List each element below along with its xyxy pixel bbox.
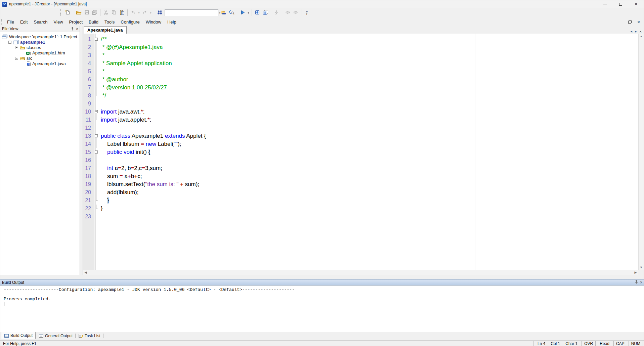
tab-scroll-left-icon[interactable]: ◂ xyxy=(631,29,633,34)
fold-collapse-icon[interactable] xyxy=(95,134,98,137)
scroll-up-icon[interactable]: ▲ xyxy=(639,34,644,39)
fold-margin[interactable] xyxy=(94,213,100,221)
paste-button[interactable] xyxy=(118,9,126,17)
tree-item-apexample1-java[interactable]: JApexample1.java xyxy=(0,61,80,66)
search-combo-input[interactable] xyxy=(165,10,219,15)
fold-margin[interactable] xyxy=(94,124,100,132)
run-button[interactable] xyxy=(239,9,247,17)
mdi-restore-button[interactable] xyxy=(628,19,632,24)
code-line: 1/** xyxy=(83,35,638,43)
fold-margin[interactable] xyxy=(94,51,100,59)
tree-expander-icon[interactable] xyxy=(8,41,11,44)
menu-tools[interactable]: Tools xyxy=(101,18,118,26)
find-in-files-button[interactable] xyxy=(219,9,227,17)
tree-label: Apexample1.java xyxy=(32,61,66,66)
build-output-console[interactable]: ---------------------Configuration: apex… xyxy=(0,285,644,332)
tab-close-icon[interactable]: × xyxy=(640,30,642,34)
search-combo[interactable]: ▾ xyxy=(165,9,218,16)
menu-configure[interactable]: Configure xyxy=(118,18,142,26)
window-controls: × xyxy=(597,0,644,8)
code-text: } xyxy=(100,205,103,213)
open-folder-icon xyxy=(76,10,82,16)
fold-margin[interactable] xyxy=(94,84,100,92)
fold-margin[interactable] xyxy=(94,108,100,116)
toolbar-overflow-button[interactable]: »▾ xyxy=(303,9,311,17)
code-editor[interactable]: 1/**2 * @(#)Apexample1.java3 *4 * Sample… xyxy=(83,34,638,270)
fold-margin[interactable] xyxy=(94,92,100,100)
horizontal-scrollbar[interactable]: ◀ ▶ xyxy=(83,270,638,275)
fold-margin[interactable] xyxy=(94,140,100,148)
menu-build[interactable]: Build xyxy=(86,18,101,26)
fold-margin[interactable] xyxy=(94,180,100,188)
tree-item-classes[interactable]: classes xyxy=(0,45,80,50)
pin-icon[interactable] xyxy=(635,280,638,285)
menu-view[interactable]: View xyxy=(51,18,66,26)
fold-margin[interactable] xyxy=(94,156,100,164)
fold-margin[interactable] xyxy=(94,148,100,156)
fold-margin[interactable] xyxy=(94,43,100,51)
scroll-down-icon[interactable]: ▼ xyxy=(639,265,644,270)
menu-file[interactable]: File xyxy=(4,18,17,26)
tree-expander-icon[interactable] xyxy=(15,46,18,49)
menu-project[interactable]: Project xyxy=(66,18,86,26)
scroll-left-icon[interactable]: ◀ xyxy=(83,271,88,274)
menu-window[interactable]: Window xyxy=(143,18,164,26)
open-file-button[interactable] xyxy=(75,9,83,17)
tree-item-workspace[interactable]: Workspace 'apexample1': 1 Project xyxy=(0,34,80,39)
output-tab-build-output[interactable]: Build Output xyxy=(1,332,36,339)
fold-collapse-icon[interactable] xyxy=(95,110,98,113)
output-tab-general-output[interactable]: General Output xyxy=(36,332,75,339)
menu-help[interactable]: Help xyxy=(164,18,179,26)
compile-project-button[interactable] xyxy=(261,9,269,17)
fold-margin[interactable] xyxy=(94,172,100,180)
fold-margin[interactable] xyxy=(94,116,100,124)
mdi-restore-icon xyxy=(628,20,632,24)
fold-margin[interactable] xyxy=(94,35,100,43)
fold-margin[interactable] xyxy=(94,164,100,172)
minimize-button[interactable] xyxy=(597,0,613,8)
vertical-scrollbar[interactable]: ▲ ▼ xyxy=(638,34,644,270)
tree-item-src[interactable]: src xyxy=(0,55,80,61)
fold-margin[interactable] xyxy=(94,197,100,205)
maximize-button[interactable] xyxy=(613,0,628,8)
fold-margin[interactable] xyxy=(94,132,100,140)
code-line: 13public class Apexample1 extends Applet… xyxy=(83,132,638,140)
fold-margin[interactable] xyxy=(94,59,100,68)
fold-margin[interactable] xyxy=(94,76,100,84)
pin-icon[interactable] xyxy=(71,27,74,32)
toolbar-grip[interactable] xyxy=(60,9,61,16)
output-tab-task-list[interactable]: Task List xyxy=(76,332,103,339)
fold-collapse-icon[interactable] xyxy=(95,38,98,41)
search-refresh-icon xyxy=(228,10,234,16)
file-view-close-icon[interactable]: × xyxy=(76,27,78,31)
compile-file-button[interactable] xyxy=(253,9,261,17)
build-output-close-icon[interactable]: × xyxy=(640,280,642,285)
tree-item-project-apexample1[interactable]: apexample1 xyxy=(0,39,80,45)
fold-margin[interactable] xyxy=(94,100,100,108)
tab-scroll-right-icon[interactable]: ▸ xyxy=(635,29,637,34)
menu-grip[interactable] xyxy=(1,19,2,25)
scroll-right-icon[interactable]: ▶ xyxy=(633,271,638,274)
fold-margin[interactable] xyxy=(94,205,100,213)
menu-edit[interactable]: Edit xyxy=(17,18,31,26)
status-char: Char 1 xyxy=(565,341,577,346)
close-button[interactable]: × xyxy=(628,0,644,8)
tab-apexample1-java[interactable]: Apexample1.java xyxy=(84,26,127,34)
run-dropdown-icon[interactable]: ▾ xyxy=(247,11,250,14)
fold-collapse-icon[interactable] xyxy=(95,150,98,154)
mdi-minimize-button[interactable] xyxy=(619,19,624,24)
menu-search[interactable]: Search xyxy=(31,18,50,26)
fold-margin[interactable] xyxy=(94,68,100,76)
new-file-button[interactable] xyxy=(63,9,72,17)
fold-margin[interactable] xyxy=(94,188,100,197)
tree-expander-icon[interactable] xyxy=(15,57,18,60)
execute-button xyxy=(272,9,281,17)
find-button[interactable] xyxy=(156,9,164,17)
jcreator-window: { "window": { "title": "apexample1 - JCr… xyxy=(0,0,644,346)
tree-item-apexample1-htm[interactable]: Apexample1.htm xyxy=(0,50,80,55)
mdi-close-button[interactable]: × xyxy=(636,19,641,24)
panel-splitter[interactable] xyxy=(80,26,83,275)
code-text: /** xyxy=(100,35,107,43)
replace-in-files-button[interactable] xyxy=(227,9,235,17)
htm-file-icon xyxy=(26,50,31,55)
